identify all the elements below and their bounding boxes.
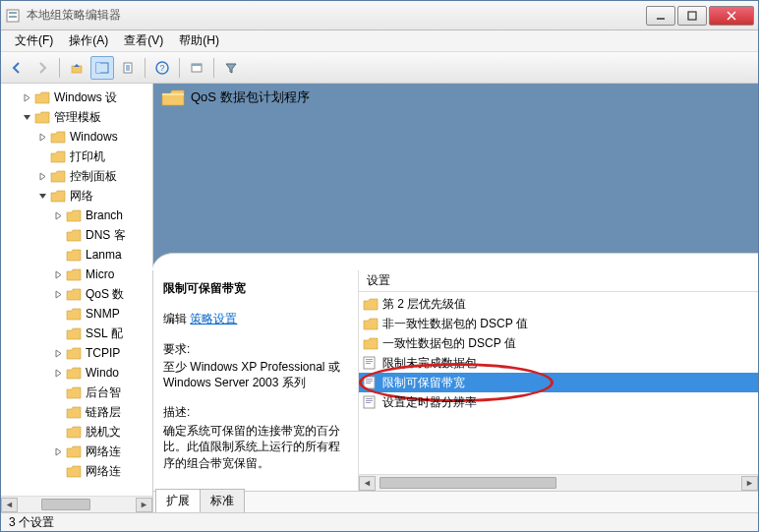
scroll-thumb[interactable] bbox=[41, 499, 90, 510]
expander-icon[interactable] bbox=[52, 386, 64, 398]
tree-item[interactable]: SNMP bbox=[1, 304, 152, 324]
expander-icon[interactable] bbox=[52, 347, 64, 359]
tree-item[interactable]: DNS 客 bbox=[1, 225, 152, 245]
description-label: 描述: bbox=[163, 404, 350, 421]
scroll-left-button[interactable]: ◄ bbox=[1, 498, 18, 512]
expander-icon[interactable] bbox=[52, 249, 64, 261]
tree-item[interactable]: 网络连 bbox=[1, 442, 152, 461]
close-button[interactable] bbox=[709, 6, 754, 26]
folder-icon bbox=[363, 297, 379, 311]
scroll-left-button[interactable]: ◄ bbox=[359, 476, 376, 491]
svg-rect-20 bbox=[366, 379, 373, 380]
tree-item[interactable]: Lanma bbox=[1, 245, 152, 265]
setting-row[interactable]: 设置定时器分辨率 bbox=[359, 392, 758, 412]
menubar: 文件(F) 操作(A) 查看(V) 帮助(H) bbox=[1, 30, 758, 52]
up-folder-button[interactable] bbox=[65, 56, 88, 80]
tree-item[interactable]: Micro bbox=[1, 265, 152, 284]
setting-row[interactable]: 限制可保留带宽 bbox=[359, 373, 758, 392]
tree[interactable]: Windows 设管理模板Windows打印机控制面板网络BranchDNS 客… bbox=[1, 84, 152, 485]
tree-horizontal-scrollbar[interactable]: ◄ ► bbox=[1, 496, 152, 512]
folder-icon bbox=[66, 366, 82, 380]
tree-item[interactable]: Branch bbox=[1, 206, 152, 225]
maximize-button[interactable] bbox=[677, 6, 707, 26]
settings-horizontal-scrollbar[interactable]: ◄ ► bbox=[359, 474, 758, 491]
menu-file[interactable]: 文件(F) bbox=[7, 30, 61, 51]
tree-item[interactable]: 网络 bbox=[1, 186, 152, 206]
scroll-right-button[interactable]: ► bbox=[741, 476, 758, 491]
tree-item[interactable]: 后台智 bbox=[1, 383, 152, 402]
expander-icon[interactable] bbox=[52, 229, 64, 241]
scroll-right-button[interactable]: ► bbox=[136, 498, 152, 512]
nav-back-button[interactable] bbox=[5, 56, 29, 80]
minimize-button[interactable] bbox=[646, 6, 675, 26]
policy-icon bbox=[363, 356, 379, 370]
expander-icon[interactable] bbox=[36, 131, 48, 143]
tree-item[interactable]: 管理模板 bbox=[1, 107, 152, 127]
tree-item-label: 控制面板 bbox=[70, 168, 117, 185]
expander-icon[interactable] bbox=[52, 327, 64, 339]
setting-row[interactable]: 非一致性数据包的 DSCP 值 bbox=[359, 314, 758, 333]
folder-icon bbox=[66, 208, 82, 222]
scroll-thumb[interactable] bbox=[380, 477, 556, 489]
setting-row[interactable]: 一致性数据包的 DSCP 值 bbox=[359, 333, 758, 353]
menu-action[interactable]: 操作(A) bbox=[61, 30, 116, 51]
expander-icon[interactable] bbox=[52, 308, 64, 320]
expander-icon[interactable] bbox=[36, 170, 48, 182]
tree-item[interactable]: 网络连 bbox=[1, 461, 152, 481]
toolbar-separator bbox=[179, 58, 180, 78]
tree-item[interactable]: TCPIP bbox=[1, 343, 152, 363]
tree-item[interactable]: Windows bbox=[1, 127, 152, 147]
setting-label: 第 2 层优先级值 bbox=[382, 296, 466, 313]
tree-item-label: 网络连 bbox=[86, 443, 121, 460]
menu-view[interactable]: 查看(V) bbox=[116, 30, 171, 51]
toolbar-separator bbox=[145, 58, 146, 78]
menu-help[interactable]: 帮助(H) bbox=[171, 30, 227, 51]
expander-icon[interactable] bbox=[52, 426, 64, 438]
tree-item[interactable]: 链路层 bbox=[1, 402, 152, 422]
filter-button[interactable] bbox=[219, 56, 243, 80]
expander-icon[interactable] bbox=[52, 268, 64, 280]
folder-icon bbox=[363, 336, 379, 350]
expander-icon[interactable] bbox=[52, 288, 64, 300]
content-header: QoS 数据包计划程序 bbox=[153, 84, 758, 270]
folder-icon bbox=[50, 130, 66, 144]
edit-policy-link[interactable]: 策略设置 bbox=[190, 312, 237, 325]
export-button[interactable] bbox=[116, 56, 140, 80]
properties-button[interactable] bbox=[185, 56, 208, 80]
tree-item[interactable]: SSL 配 bbox=[1, 324, 152, 343]
tree-item[interactable]: 脱机文 bbox=[1, 422, 152, 442]
expander-icon[interactable] bbox=[36, 190, 48, 202]
tree-item[interactable]: 控制面板 bbox=[1, 166, 152, 186]
tree-item[interactable]: 打印机 bbox=[1, 147, 152, 166]
expander-icon[interactable] bbox=[52, 445, 64, 457]
show-hide-tree-button[interactable] bbox=[90, 56, 114, 80]
expander-icon[interactable] bbox=[52, 465, 64, 477]
settings-column-header[interactable]: 设置 bbox=[359, 270, 758, 292]
svg-rect-7 bbox=[72, 66, 82, 73]
setting-row[interactable]: 限制未完成数据包 bbox=[359, 353, 758, 373]
tree-item-label: Windows 设 bbox=[54, 89, 117, 106]
tab-extended[interactable]: 扩展 bbox=[155, 489, 201, 512]
requirements-label: 要求: bbox=[163, 341, 350, 358]
expander-icon[interactable] bbox=[21, 111, 32, 123]
tree-item-label: SSL 配 bbox=[86, 325, 123, 342]
expander-icon[interactable] bbox=[52, 367, 64, 379]
svg-rect-9 bbox=[96, 63, 100, 73]
expander-icon[interactable] bbox=[21, 91, 32, 103]
expander-icon[interactable] bbox=[52, 209, 64, 221]
toolbar: ? bbox=[1, 52, 758, 84]
expander-icon[interactable] bbox=[36, 150, 48, 162]
expander-icon[interactable] bbox=[52, 406, 64, 418]
help-button[interactable]: ? bbox=[150, 56, 174, 80]
nav-forward-button[interactable] bbox=[30, 56, 54, 80]
settings-list[interactable]: 第 2 层优先级值非一致性数据包的 DSCP 值一致性数据包的 DSCP 值限制… bbox=[359, 292, 758, 474]
tab-standard[interactable]: 标准 bbox=[200, 489, 245, 512]
setting-row[interactable]: 第 2 层优先级值 bbox=[359, 294, 758, 314]
requirements-text: 至少 Windows XP Professional 或 Windows Ser… bbox=[163, 360, 350, 390]
tree-item[interactable]: QoS 数 bbox=[1, 284, 152, 304]
folder-icon bbox=[66, 307, 82, 321]
tree-item[interactable]: Windo bbox=[1, 363, 152, 383]
folder-icon bbox=[34, 110, 50, 124]
tree-item[interactable]: Windows 设 bbox=[1, 88, 152, 107]
tree-item-label: Micro bbox=[86, 267, 114, 281]
